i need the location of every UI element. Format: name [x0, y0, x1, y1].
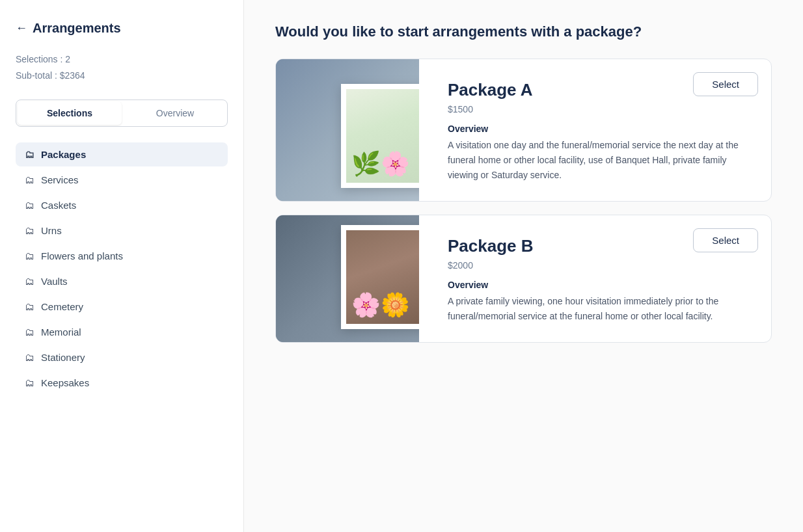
package-a-price: $1500	[448, 104, 753, 114]
package-b-image-area	[276, 215, 419, 342]
page-title: Would you like to start arrangements wit…	[275, 23, 772, 40]
flowers-icon: 🗂	[25, 250, 34, 261]
sidebar-item-stationery[interactable]: 🗂Stationery	[16, 345, 228, 369]
tab-overview[interactable]: Overview	[123, 100, 227, 126]
package-b-overview-text: A private family viewing, one hour visit…	[448, 294, 753, 324]
package-card-b: Select Package B $2000 Overview A privat…	[275, 215, 772, 343]
package-b-photo-frame	[341, 225, 419, 329]
sidebar-item-vaults[interactable]: 🗂Vaults	[16, 269, 228, 293]
back-arrow-icon: ←	[16, 21, 27, 35]
sidebar-item-label-memorial: Memorial	[41, 326, 81, 338]
summary-section: Selections : 2 Sub-total : $2364	[16, 51, 228, 84]
package-a-flower	[346, 89, 419, 183]
sidebar-item-caskets[interactable]: 🗂Caskets	[16, 193, 228, 217]
package-a-overview-text: A visitation one day and the funeral/mem…	[448, 138, 753, 183]
services-icon: 🗂	[25, 174, 34, 185]
caskets-icon: 🗂	[25, 200, 34, 211]
sidebar-item-cemetery[interactable]: 🗂Cemetery	[16, 295, 228, 319]
sidebar-item-services[interactable]: 🗂Services	[16, 168, 228, 192]
sidebar-item-label-urns: Urns	[41, 225, 62, 236]
sidebar-item-packages[interactable]: 🗂Packages	[16, 142, 228, 166]
memorial-icon: 🗂	[25, 326, 34, 338]
sidebar: ← Arrangements Selections : 2 Sub-total …	[0, 0, 244, 532]
cemetery-icon: 🗂	[25, 301, 34, 312]
package-card-a: Select Package A $1500 Overview A visita…	[275, 59, 772, 202]
package-a-image-area	[276, 59, 419, 201]
back-button[interactable]: ← Arrangements	[16, 21, 228, 36]
nav-list: 🗂Packages🗂Services🗂Caskets🗂Urns🗂Flowers …	[16, 142, 228, 395]
sidebar-item-label-vaults: Vaults	[41, 276, 68, 287]
keepsakes-icon: 🗂	[25, 377, 34, 388]
sidebar-item-label-keepsakes: Keepsakes	[41, 377, 89, 388]
sidebar-item-label-stationery: Stationery	[41, 352, 85, 363]
main-content: Would you like to start arrangements wit…	[244, 0, 803, 532]
package-b-overview-label: Overview	[448, 280, 753, 290]
vaults-icon: 🗂	[25, 276, 34, 287]
tab-selections[interactable]: Selections	[18, 101, 122, 125]
tab-switcher: Selections Overview	[16, 100, 228, 127]
package-b-flower	[346, 230, 419, 324]
package-a-content: Select Package A $1500 Overview A visita…	[419, 59, 771, 201]
sidebar-item-label-services: Services	[41, 174, 79, 185]
stationery-icon: 🗂	[25, 352, 34, 363]
sidebar-item-label-packages: Packages	[41, 149, 86, 160]
sidebar-item-urns[interactable]: 🗂Urns	[16, 219, 228, 243]
sidebar-item-label-cemetery: Cemetery	[41, 301, 83, 312]
package-a-overview-label: Overview	[448, 124, 753, 134]
sidebar-item-label-caskets: Caskets	[41, 200, 76, 211]
sidebar-item-memorial[interactable]: 🗂Memorial	[16, 320, 228, 344]
package-a-photo	[346, 89, 419, 183]
select-button-b[interactable]: Select	[693, 228, 758, 252]
package-b-photo	[346, 230, 419, 324]
package-b-content: Select Package B $2000 Overview A privat…	[419, 215, 771, 342]
subtotal: Sub-total : $2364	[16, 68, 228, 84]
select-button-a[interactable]: Select	[693, 72, 758, 96]
sidebar-item-label-flowers: Flowers and plants	[41, 250, 123, 261]
sidebar-item-flowers[interactable]: 🗂Flowers and plants	[16, 244, 228, 268]
urns-icon: 🗂	[25, 225, 34, 236]
package-a-photo-frame	[341, 84, 419, 188]
selections-count: Selections : 2	[16, 51, 228, 68]
package-b-price: $2000	[448, 260, 753, 271]
packages-icon: 🗂	[25, 149, 34, 160]
back-label: Arrangements	[33, 21, 121, 36]
sidebar-item-keepsakes[interactable]: 🗂Keepsakes	[16, 371, 228, 395]
